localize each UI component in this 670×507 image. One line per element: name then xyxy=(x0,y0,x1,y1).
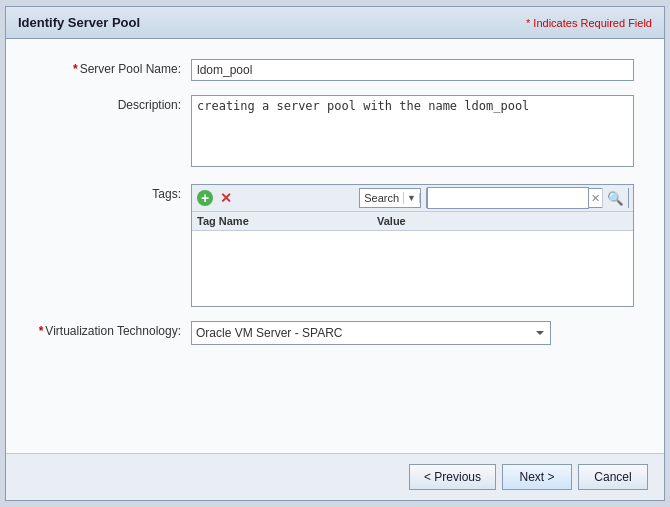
add-tag-button[interactable]: + xyxy=(196,189,214,207)
tags-row: Tags: + ✕ Search ▼ xyxy=(36,184,634,307)
virtualization-row: *Virtualization Technology: Oracle VM Se… xyxy=(36,321,634,345)
identify-server-pool-dialog: Identify Server Pool * Indicates Require… xyxy=(5,6,665,501)
dialog-title-bar: Identify Server Pool * Indicates Require… xyxy=(6,7,664,39)
description-input[interactable]: creating a server pool with the name ldo… xyxy=(191,95,634,167)
dialog-title: Identify Server Pool xyxy=(18,15,140,30)
search-go-button[interactable]: 🔍 xyxy=(602,188,628,208)
add-icon: + xyxy=(197,190,213,206)
virtualization-select[interactable]: Oracle VM Server - SPARC Oracle VM Serve… xyxy=(191,321,551,345)
tags-container: + ✕ Search ▼ ✕ xyxy=(191,184,634,307)
virtualization-field: Oracle VM Server - SPARC Oracle VM Serve… xyxy=(191,321,634,345)
server-pool-name-input[interactable] xyxy=(191,59,634,81)
search-clear-button[interactable]: ✕ xyxy=(589,192,602,205)
description-field: creating a server pool with the name ldo… xyxy=(191,95,634,170)
dialog-body: *Server Pool Name: Description: creating… xyxy=(6,39,664,453)
remove-tag-button[interactable]: ✕ xyxy=(217,189,235,207)
previous-button[interactable]: < Previous xyxy=(409,464,496,490)
next-button[interactable]: Next > xyxy=(502,464,572,490)
required-field-note: * Indicates Required Field xyxy=(526,17,652,29)
description-row: Description: creating a server pool with… xyxy=(36,95,634,170)
tags-table-header: Tag Name Value xyxy=(192,212,633,231)
server-pool-name-required: * xyxy=(73,62,78,76)
virtualization-select-wrapper: Oracle VM Server - SPARC Oracle VM Serve… xyxy=(191,321,634,345)
tags-label: Tags: xyxy=(36,184,191,201)
dialog-footer: < Previous Next > Cancel xyxy=(6,453,664,500)
description-label: Description: xyxy=(36,95,191,112)
search-icon: 🔍 xyxy=(607,191,624,206)
search-dropdown-arrow[interactable]: ▼ xyxy=(404,193,420,203)
server-pool-name-label: *Server Pool Name: xyxy=(36,59,191,76)
virtualization-required: * xyxy=(39,324,44,338)
cancel-button[interactable]: Cancel xyxy=(578,464,648,490)
virtualization-label: *Virtualization Technology: xyxy=(36,321,191,338)
server-pool-name-row: *Server Pool Name: xyxy=(36,59,634,81)
tags-column-name: Tag Name xyxy=(197,215,377,227)
tags-table-body xyxy=(192,231,633,306)
remove-icon: ✕ xyxy=(218,190,234,206)
tags-toolbar: + ✕ Search ▼ ✕ xyxy=(192,185,633,212)
search-label: Search xyxy=(360,192,404,204)
tags-column-value: Value xyxy=(377,215,628,227)
tags-search-input[interactable] xyxy=(427,187,589,209)
search-dropdown: Search ▼ xyxy=(359,188,421,208)
search-input-area: ✕ 🔍 xyxy=(426,188,629,208)
tags-field: + ✕ Search ▼ ✕ xyxy=(191,184,634,307)
server-pool-name-field xyxy=(191,59,634,81)
